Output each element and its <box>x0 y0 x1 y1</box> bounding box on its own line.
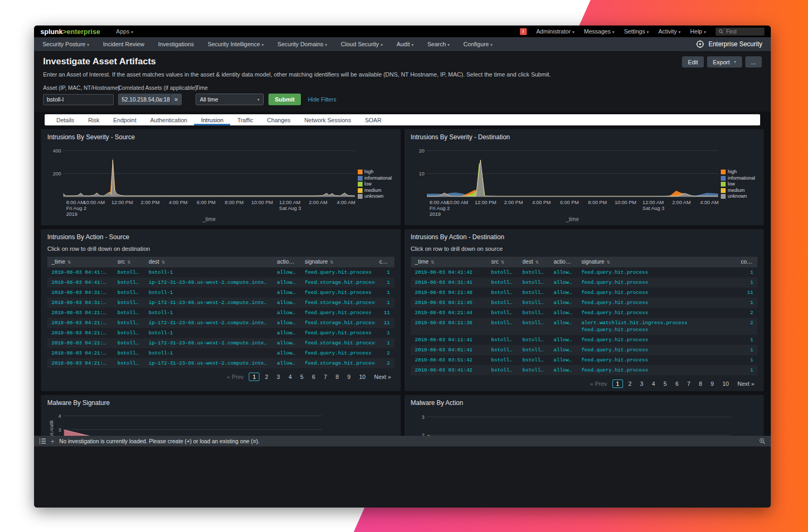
table-row[interactable]: 2019-08-03 04:31:41bstoll-1ip-172-31-23-… <box>47 298 394 308</box>
severity-source-chart[interactable]: 2004008:00 AMFri Aug 2201910:00 AM12:00 … <box>47 146 394 222</box>
column-header-src[interactable]: src⇅ <box>113 257 145 267</box>
column-header-action[interactable]: action⇅ <box>549 257 577 267</box>
tab-endpoint[interactable]: Endpoint <box>106 114 143 125</box>
tab-details[interactable]: Details <box>49 114 81 125</box>
asset-input[interactable] <box>43 94 114 105</box>
nav-security-intelligence[interactable]: Security Intelligence▾ <box>201 41 271 47</box>
find-search-input[interactable]: Find <box>716 28 764 36</box>
table-row[interactable]: 2019-08-03 04:31:41bstoll-1bstoll-1allow… <box>47 288 394 298</box>
column-header--time[interactable]: _time⇅ <box>47 257 113 267</box>
page-5[interactable]: 5 <box>297 373 307 381</box>
table-row[interactable]: 2019-08-03 04:21:36bstoll-1bstoll-1allow… <box>411 318 758 335</box>
legend-item-informational[interactable]: informational <box>358 175 394 181</box>
page-6[interactable]: 6 <box>672 380 681 387</box>
column-header-dest[interactable]: dest⇅ <box>518 257 550 267</box>
page-10[interactable]: 10 <box>719 380 732 387</box>
column-header-signature[interactable]: signature⇅ <box>577 257 737 267</box>
nav-audit[interactable]: Audit▾ <box>390 41 420 47</box>
table-row[interactable]: 2019-08-03 04:21:44bstoll-1ip-172-31-23-… <box>47 358 394 368</box>
time-range-dropdown[interactable]: All time▾ <box>196 94 264 105</box>
nav-security-domains[interactable]: Security Domains▾ <box>271 41 334 47</box>
table-row[interactable]: 2019-08-03 04:41:42bstoll-1bstoll-1allow… <box>411 267 758 277</box>
tab-authentication[interactable]: Authentication <box>143 114 194 125</box>
sort-icon[interactable]: ⇅ <box>162 260 165 265</box>
legend-item-unknown[interactable]: unknown <box>721 193 758 199</box>
tab-network-sessions[interactable]: Network Sessions <box>297 114 358 125</box>
legend-item-medium[interactable]: medium <box>721 188 758 193</box>
table-row[interactable]: 2019-08-03 04:41:41bstoll-1ip-172-31-23-… <box>47 277 394 288</box>
legend-item-low[interactable]: low <box>721 181 758 187</box>
table-row[interactable]: 2019-08-03 04:21:45bstoll-1bstoll-1allow… <box>411 298 758 308</box>
table-row[interactable]: 2019-08-03 03:51:42bstoll-1bstoll-1allow… <box>411 355 758 365</box>
tab-traffic[interactable]: Traffic <box>230 114 260 125</box>
column-header-count[interactable]: count⇅ <box>375 257 394 267</box>
column-header-dest[interactable]: dest⇅ <box>145 257 273 267</box>
correlated-assets-dropdown[interactable]: 52.10.218.54,0a:18:...▾ <box>118 94 170 105</box>
topbar-menu-activity[interactable]: Activity▾ <box>659 28 681 35</box>
legend-item-high[interactable]: high <box>721 169 758 175</box>
splunk-logo[interactable]: splunk>enterprise <box>40 28 100 36</box>
nav-security-posture[interactable]: Security Posture▾ <box>43 41 96 47</box>
page-9[interactable]: 9 <box>344 373 354 381</box>
page-1[interactable]: 1 <box>612 379 623 388</box>
sort-icon[interactable]: ⇅ <box>501 260 504 265</box>
edit-button[interactable]: Edit <box>682 56 704 67</box>
clear-correlated-button[interactable]: ✕ <box>170 94 182 105</box>
page-2[interactable]: 2 <box>262 373 271 381</box>
table-row[interactable]: 2019-08-03 04:41:42bstoll-1bstoll-1allow… <box>47 267 394 277</box>
legend-item-high[interactable]: high <box>358 169 394 175</box>
investigation-list-icon[interactable] <box>39 438 46 444</box>
column-header-action[interactable]: action⇅ <box>273 257 300 267</box>
tab-risk[interactable]: Risk <box>81 114 106 125</box>
page-prev[interactable]: « Prev <box>587 380 610 387</box>
page-1[interactable]: 1 <box>249 373 259 381</box>
table-row[interactable]: 2019-08-03 04:21:44bstoll-1bstoll-1allow… <box>47 348 394 358</box>
page-prev[interactable]: « Prev <box>224 373 247 381</box>
nav-search[interactable]: Search▾ <box>420 41 457 47</box>
page-7[interactable]: 7 <box>684 380 694 387</box>
sort-icon[interactable]: ⇅ <box>68 260 71 265</box>
sort-icon[interactable]: ⇅ <box>127 260 131 265</box>
sort-icon[interactable]: ⇅ <box>535 260 539 265</box>
page-3[interactable]: 3 <box>274 373 283 381</box>
page-9[interactable]: 9 <box>708 380 717 387</box>
hide-filters-link[interactable]: Hide Filters <box>308 96 336 103</box>
severity-destination-chart[interactable]: 10208:00 AMFri Aug 2201910:00 AM12:00 PM… <box>411 146 758 222</box>
table-row[interactable]: 2019-08-03 03:41:42bstoll-1bstoll-1allow… <box>411 365 758 375</box>
table-row[interactable]: 2019-08-03 04:21:48bstoll-1bstoll-1allow… <box>47 308 394 318</box>
column-header-count[interactable]: count⇅ <box>737 257 758 267</box>
legend-item-medium[interactable]: medium <box>358 188 394 193</box>
table-row[interactable]: 2019-08-03 04:21:44bstoll-1bstoll-1allow… <box>411 308 758 318</box>
topbar-menu-administrator[interactable]: Administrator▾ <box>536 28 575 35</box>
page-next[interactable]: Next » <box>734 380 758 387</box>
column-header-signature[interactable]: signature⇅ <box>300 257 375 267</box>
nav-incident-review[interactable]: Incident Review <box>96 41 152 47</box>
more-options-button[interactable]: ... <box>745 56 762 67</box>
sort-icon[interactable]: ⇅ <box>330 260 334 265</box>
sort-icon[interactable]: ⇅ <box>294 260 298 265</box>
page-7[interactable]: 7 <box>321 373 330 381</box>
table-row[interactable]: 2019-08-03 04:21:45bstoll-1ip-172-31-23-… <box>47 338 394 348</box>
page-3[interactable]: 3 <box>637 380 646 387</box>
table-row[interactable]: 2019-08-03 04:21:48bstoll-1ip-172-31-23-… <box>47 318 394 328</box>
nav-investigations[interactable]: Investigations <box>151 41 200 47</box>
sort-icon[interactable]: ⇅ <box>431 260 434 265</box>
sort-icon[interactable]: ⇅ <box>757 260 758 265</box>
page-10[interactable]: 10 <box>356 373 368 381</box>
page-4[interactable]: 4 <box>285 373 295 381</box>
page-2[interactable]: 2 <box>625 380 635 387</box>
page-6[interactable]: 6 <box>309 373 318 381</box>
legend-item-unknown[interactable]: unknown <box>358 193 394 199</box>
tab-intrusion[interactable]: Intrusion <box>194 114 230 125</box>
submit-button[interactable]: Submit <box>268 94 301 105</box>
app-identity[interactable]: Enterprise Security <box>696 40 762 48</box>
page-5[interactable]: 5 <box>660 380 670 387</box>
tab-changes[interactable]: Changes <box>260 114 297 125</box>
table-row[interactable]: 2019-08-03 04:01:41bstoll-1bstoll-1allow… <box>411 345 758 355</box>
create-investigation-icon[interactable]: + <box>50 438 55 445</box>
table-row[interactable]: 2019-08-03 04:21:48bstoll-1bstoll-1allow… <box>411 288 758 298</box>
page-next[interactable]: Next » <box>371 373 394 381</box>
export-button[interactable]: Export▾ <box>707 56 742 67</box>
zoom-search-icon[interactable] <box>759 438 765 444</box>
nav-configure[interactable]: Configure▾ <box>457 41 500 47</box>
